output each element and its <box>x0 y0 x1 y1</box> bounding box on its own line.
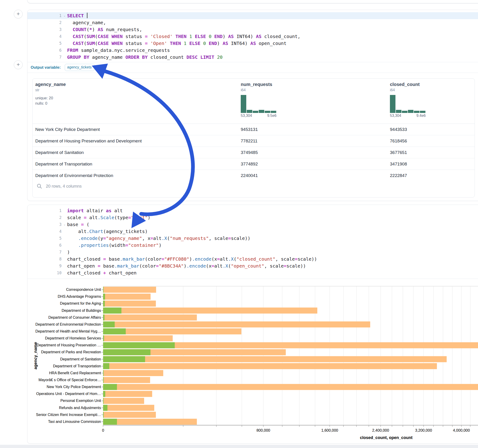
code-line[interactable]: 7) <box>27 249 478 255</box>
histogram-bar <box>247 110 252 113</box>
bar-closed-count <box>103 384 478 390</box>
cell-value: 9443533 <box>390 124 407 135</box>
code-line[interactable]: 4 CAST(SUM(CASE WHEN status = 'Closed' T… <box>27 33 478 40</box>
y-axis-label: HRA Benefit Card Replacement <box>49 371 101 375</box>
bar-open-count <box>103 398 104 404</box>
code-line[interactable]: 2scale = alt.Scale(type="sqrt") <box>27 214 478 221</box>
line-number: 8 <box>27 257 62 261</box>
code-line[interactable]: 6FROM sample_data.nyc.service_requests <box>27 47 478 54</box>
histogram-bar <box>253 111 258 113</box>
code-line[interactable]: 2 agency_name, <box>27 19 478 26</box>
line-number: 4 <box>27 34 62 39</box>
y-axis-label: Department of Housing Preservation … <box>37 343 101 347</box>
search-icon[interactable] <box>37 183 42 189</box>
table-row: Department of Housing Preservation and D… <box>32 135 475 147</box>
code-line[interactable]: 3 COUNT(*) AS num_requests, <box>27 26 478 33</box>
sql-editor[interactable]: 1⌄SELECT 2 agency_name,3 COUNT(*) AS num… <box>27 12 478 61</box>
table-status-bar: 20 rows, 4 columns <box>37 183 82 189</box>
histogram-bar <box>271 111 276 113</box>
y-axis-title: agency_name <box>33 342 38 369</box>
previous-cell-fragment <box>27 0 478 3</box>
column-header-closed_count[interactable]: closed_counti6453,3049.4e6 <box>390 82 426 118</box>
bar-closed-count <box>103 315 197 321</box>
add-cell-button-top[interactable]: + <box>14 10 23 19</box>
y-axis-label: Department of Consumer Affairs <box>48 316 101 319</box>
line-number: 6 <box>27 243 62 248</box>
code-line[interactable]: 8chart_closed = base.mark_bar(color="#FF… <box>27 255 478 262</box>
cell-agency-name: Department of Environmental Protection <box>35 170 113 181</box>
code-line[interactable]: 5 CAST(SUM(CASE WHEN status = 'Open' THE… <box>27 40 478 47</box>
results-table: agency_namestrunique: 20nulls: 0num_requ… <box>32 78 475 198</box>
y-axis-label: Operations Unit - Department of Hom… <box>36 392 101 396</box>
code-line[interactable]: 3⌄base = ( <box>27 221 478 228</box>
line-number: 2 <box>27 20 62 25</box>
bar-open-count <box>103 412 104 418</box>
y-axis-label: Department of Parks and Recreation <box>41 350 101 354</box>
cell-value: 3749485 <box>241 147 258 158</box>
y-axis-label: Refunds and Adjustments <box>59 406 101 410</box>
code-line[interactable]: 1import altair as alt <box>27 207 478 214</box>
histogram-bar <box>408 110 413 113</box>
fold-chevron-icon[interactable]: ⌄ <box>64 223 65 226</box>
output-variable-label: Output variable: <box>31 65 61 70</box>
line-number: 10 <box>27 271 62 275</box>
histogram-bar <box>414 111 419 113</box>
table-row-count: 20 rows, 4 columns <box>46 184 82 189</box>
column-histogram <box>241 95 277 113</box>
histogram-bar <box>420 111 425 113</box>
output-variable-input[interactable]: agency_tickets <box>65 64 94 71</box>
code-line[interactable]: 5 .encode(y="agency_name", x=alt.X("num_… <box>27 235 478 242</box>
bar-closed-count <box>103 300 156 306</box>
code-line[interactable]: 4 alt.Chart(agency_tickets) <box>27 228 478 235</box>
column-stats: unique: 20nulls: 0 <box>35 95 66 106</box>
histogram-max-label: 9.4e6 <box>416 114 426 118</box>
y-axis-label: Department of Health and Mental Hyg… <box>35 329 101 333</box>
line-number: 4 <box>27 229 62 234</box>
y-axis-label: Taxi and Limousine Commission <box>48 420 101 423</box>
code-line[interactable]: 6 .properties(width="container") <box>27 242 478 249</box>
column-header-num_requests[interactable]: num_requestsi6453,3049.5e6 <box>241 82 277 118</box>
code-line[interactable]: 9chart_open = base.mark_bar(color="#8BC3… <box>27 262 478 269</box>
column-histogram <box>390 95 426 113</box>
fold-chevron-icon[interactable]: ⌄ <box>64 14 65 17</box>
line-number: 3⌄ <box>27 222 62 227</box>
code-text: chart_closed + chart_open <box>67 269 137 276</box>
column-header-agency_name[interactable]: agency_namestrunique: 20nulls: 0 <box>35 82 66 106</box>
cell-value: 2222847 <box>390 170 407 181</box>
code-line[interactable]: 1⌄SELECT <box>27 12 478 19</box>
bar-closed-count <box>103 363 437 369</box>
code-text: GROUP BY agency_name ORDER BY closed_cou… <box>67 54 222 61</box>
line-number: 9 <box>27 264 62 268</box>
histogram-bar <box>241 95 246 113</box>
histogram-min-label: 53,304 <box>241 114 252 118</box>
code-text: scale = alt.Scale(type="sqrt") <box>67 214 150 221</box>
x-axis-tick-label: 3,200,000 <box>415 428 432 432</box>
bar-closed-count <box>103 307 317 313</box>
x-axis-tick-label: 0 <box>102 428 104 432</box>
code-line[interactable]: 10chart_closed + chart_open <box>27 269 478 276</box>
histogram-bar <box>396 110 402 113</box>
code-text: chart_closed = base.mark_bar(color="#FFC… <box>67 255 317 262</box>
bar-closed-count <box>103 405 154 411</box>
add-cell-button-middle[interactable]: + <box>14 60 23 69</box>
text-cursor <box>87 13 87 18</box>
code-text: chart_open = base.mark_bar(color="#8BC34… <box>67 262 306 269</box>
code-line[interactable]: 7GROUP BY agency_name ORDER BY closed_co… <box>27 54 478 61</box>
histogram-bar <box>265 111 270 113</box>
bar-closed-count <box>103 377 150 383</box>
column-type: str <box>35 88 66 92</box>
bar-open-count <box>103 377 104 383</box>
histogram-range-labels: 53,3049.4e6 <box>390 114 426 118</box>
bar-closed-count <box>103 356 447 362</box>
y-axis-label: Department of Sanitation <box>60 357 101 361</box>
bar-open-count <box>103 363 109 369</box>
code-text: import altair as alt <box>67 207 123 214</box>
python-editor[interactable]: 1import altair as alt2scale = alt.Scale(… <box>27 207 478 276</box>
bar-closed-count <box>103 391 152 397</box>
line-number: 5 <box>27 41 62 46</box>
histogram-max-label: 9.5e6 <box>267 114 277 118</box>
code-text: agency_name, <box>67 19 106 26</box>
column-name: closed_count <box>390 82 426 87</box>
y-axis-label: Department of Homeless Services <box>45 336 101 340</box>
bar-closed-count <box>103 287 156 293</box>
